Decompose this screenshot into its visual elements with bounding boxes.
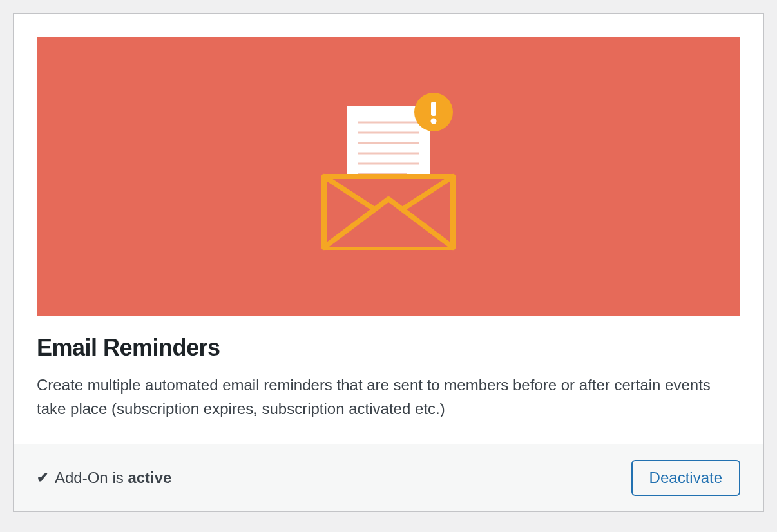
svg-rect-8 [431, 102, 436, 116]
email-envelope-icon [311, 93, 466, 260]
svg-point-9 [431, 119, 437, 124]
status-text: Add-On is active [55, 469, 171, 487]
deactivate-button[interactable]: Deactivate [631, 460, 740, 496]
addon-title: Email Reminders [37, 334, 740, 361]
hero-image [37, 37, 740, 316]
status-state: active [128, 469, 171, 486]
envelope-illustration [311, 93, 466, 260]
check-icon: ✔ [37, 470, 48, 486]
card-body: Email Reminders Create multiple automate… [14, 14, 763, 444]
addon-description: Create multiple automated email reminder… [37, 373, 740, 421]
status-prefix: Add-On is [55, 469, 128, 486]
card-footer: ✔ Add-On is active Deactivate [14, 444, 763, 511]
addon-card: Email Reminders Create multiple automate… [13, 13, 764, 512]
addon-status: ✔ Add-On is active [37, 469, 171, 487]
